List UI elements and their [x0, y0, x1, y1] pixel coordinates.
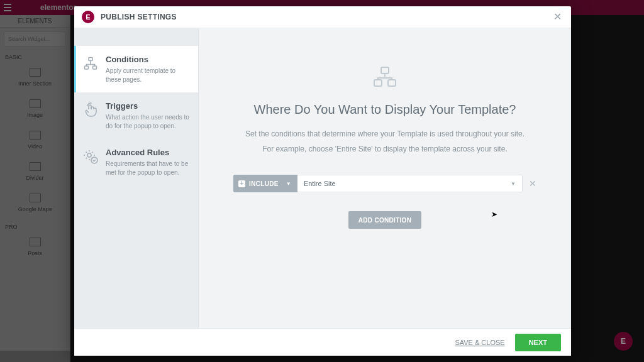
section-label-basic: BASIC — [0, 50, 70, 63]
widget-image[interactable]: Image — [0, 94, 70, 126]
sidebar-item-desc: Requirements that have to be met for the… — [106, 160, 189, 177]
widget-label: Divider — [26, 175, 43, 181]
save-and-close-link[interactable]: SAVE & CLOSE — [455, 339, 504, 346]
remove-condition-icon[interactable]: ✕ — [529, 178, 536, 189]
svg-rect-0 — [89, 58, 92, 61]
chevron-down-icon: ▼ — [286, 181, 291, 187]
sitemap-icon — [83, 56, 98, 71]
sidebar-item-title: Advanced Rules — [106, 148, 189, 157]
widget-posts[interactable]: Posts — [0, 233, 70, 264]
editor-left-panel: ELEMENTS Search Widget... BASIC Inner Se… — [0, 15, 70, 362]
plus-icon: + — [238, 180, 245, 187]
modal-footer: SAVE & CLOSE NEXT — [74, 328, 571, 356]
sidebar-item-desc: Apply current template to these pages. — [106, 67, 189, 84]
condition-scope-select[interactable]: Entire Site ▼ — [297, 175, 523, 192]
gear-check-icon — [83, 149, 98, 164]
condition-row: + INCLUDE ▼ Entire Site ▼ ✕ — [233, 175, 536, 192]
elementor-logo-icon: E — [82, 11, 94, 23]
publish-settings-modal: E PUBLISH SETTINGS ✕ Conditions Apply cu… — [74, 6, 571, 356]
condition-scope-value: Entire Site — [304, 180, 336, 187]
editor-bottombar — [0, 351, 70, 362]
modal-title: PUBLISH SETTINGS — [101, 13, 177, 21]
modal-header: E PUBLISH SETTINGS ✕ — [74, 6, 571, 28]
editor-tab-elements[interactable]: ELEMENTS — [0, 15, 70, 28]
svg-rect-2 — [93, 66, 97, 69]
main-sub1: Set the conditions that determine where … — [245, 128, 525, 140]
sidebar-item-desc: What action the user needs to do for the… — [106, 113, 189, 130]
svg-rect-5 — [381, 67, 389, 74]
modal-body: Conditions Apply current template to the… — [74, 28, 571, 328]
widget-divider[interactable]: Divider — [0, 157, 70, 189]
section-label-pro: PRO — [0, 220, 70, 233]
widget-label: Google Maps — [18, 206, 52, 212]
modal-sidebar: Conditions Apply current template to the… — [74, 28, 199, 328]
svg-rect-1 — [85, 66, 89, 69]
hamburger-icon[interactable] — [0, 0, 15, 15]
close-icon[interactable]: ✕ — [551, 11, 564, 23]
svg-rect-7 — [388, 80, 396, 86]
elementor-fab-icon[interactable]: E — [614, 332, 633, 351]
sidebar-item-advanced-rules[interactable]: Advanced Rules Requirements that have to… — [74, 139, 198, 185]
condition-include-toggle[interactable]: + INCLUDE ▼ — [233, 175, 297, 192]
widget-google-maps[interactable]: Google Maps — [0, 189, 70, 220]
svg-point-3 — [87, 153, 91, 157]
sidebar-item-conditions[interactable]: Conditions Apply current template to the… — [74, 46, 198, 92]
widget-label: Posts — [28, 250, 42, 256]
tap-icon — [83, 102, 98, 118]
sitemap-large-icon — [372, 66, 397, 90]
widget-label: Video — [28, 143, 42, 150]
sidebar-item-title: Conditions — [106, 55, 189, 64]
next-button[interactable]: NEXT — [515, 334, 561, 351]
sidebar-item-title: Triggers — [106, 101, 189, 111]
editor-brand: elementor — [40, 3, 76, 12]
sidebar-item-triggers[interactable]: Triggers What action the user needs to d… — [74, 92, 198, 139]
chevron-down-icon: ▼ — [511, 181, 516, 187]
add-condition-button[interactable]: ADD CONDITION — [348, 211, 421, 229]
mouse-cursor-icon: ➤ — [491, 210, 497, 219]
modal-main: Where Do You Want to Display Your Templa… — [199, 28, 571, 328]
include-label: INCLUDE — [249, 180, 279, 187]
widget-label: Image — [27, 112, 43, 118]
svg-rect-6 — [374, 80, 382, 86]
editor-search-input[interactable]: Search Widget... — [4, 31, 66, 47]
widget-inner-section[interactable]: Inner Section — [0, 63, 70, 94]
widget-video[interactable]: Video — [0, 126, 70, 157]
main-sub2: For example, choose 'Entire Site' to dis… — [262, 143, 507, 155]
main-heading: Where Do You Want to Display Your Templa… — [254, 102, 516, 117]
widget-label: Inner Section — [18, 80, 52, 87]
